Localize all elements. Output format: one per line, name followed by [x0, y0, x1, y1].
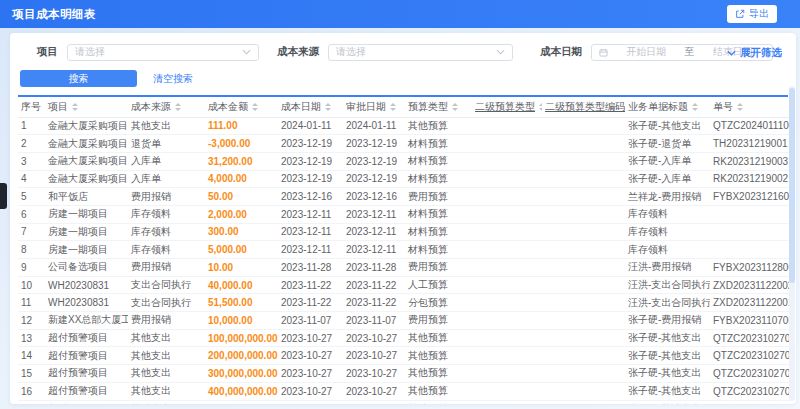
cell: 费用预算	[405, 312, 472, 330]
column-header-5[interactable]: 审批日期	[343, 97, 405, 117]
cell: 100,000,000.00	[205, 329, 278, 347]
sort-icon[interactable]	[692, 103, 698, 111]
sort-icon[interactable]	[72, 103, 78, 111]
table-header-row: 序号项目成本来源成本金额成本日期审批日期预算类型二级预算类型二级预算类型编码业务…	[18, 97, 790, 117]
cell: 入库单	[128, 152, 205, 170]
column-header-2[interactable]: 成本来源	[128, 97, 205, 117]
cell: 2023-12-11	[343, 223, 405, 241]
cell: 2,000.00	[205, 205, 278, 223]
cell: 其他预算	[405, 329, 472, 347]
cell: 张子硬-入库单	[625, 152, 710, 170]
table-row: 15超付预警项目其他支出300,000,000.002023-10-272023…	[18, 365, 790, 383]
cell: 2023-12-11	[278, 223, 343, 241]
cell: 房建一期项目	[45, 223, 128, 241]
export-button[interactable]: 导出	[727, 5, 777, 23]
sort-icon[interactable]	[539, 103, 542, 111]
column-header-label: 业务单据标题	[628, 101, 688, 112]
column-header-1[interactable]: 项目	[45, 97, 128, 117]
cell	[472, 347, 542, 365]
cell: 金融大厦采购项目	[45, 152, 128, 170]
cell: 和平饭店	[45, 188, 128, 206]
cell	[542, 170, 625, 188]
cost-source-select[interactable]: 请选择	[328, 44, 513, 61]
cell: 15	[18, 365, 45, 383]
cell: 库存领料	[625, 241, 710, 259]
column-header-6[interactable]: 预算类型	[405, 97, 472, 117]
column-header-label: 项目	[48, 101, 68, 112]
column-header-10[interactable]: 单号	[710, 97, 790, 117]
column-header-3[interactable]: 成本金额	[205, 97, 278, 117]
table-row: 3金融大厦采购项目入库单31,200.002023-12-192023-12-1…	[18, 152, 790, 170]
cell: 111.00	[205, 117, 278, 135]
column-header-9[interactable]: 业务单据标题	[625, 97, 710, 117]
cell: 13	[18, 329, 45, 347]
cell: 张子硬-其他支出	[625, 117, 710, 135]
cell: 张子硬-其他支出	[625, 382, 710, 400]
sidebar-collapse-handle[interactable]	[0, 183, 7, 209]
cell: 2023-12-19	[278, 152, 343, 170]
cell: 材料预算	[405, 223, 472, 241]
cell: 材料预算	[405, 205, 472, 223]
cell: 金融大厦采购项目	[45, 170, 128, 188]
cell: 超付预警项目	[45, 365, 128, 383]
sort-icon[interactable]	[390, 103, 396, 111]
page-title: 项目成本明细表	[0, 7, 96, 22]
cell: 入库单	[128, 170, 205, 188]
cell: 2023-11-07	[278, 312, 343, 330]
cell	[542, 276, 625, 294]
project-select[interactable]: 请选择	[67, 44, 259, 61]
column-header-8[interactable]: 二级预算类型编码	[542, 97, 625, 117]
export-icon	[735, 9, 745, 19]
cell	[472, 400, 542, 404]
sort-icon[interactable]	[452, 103, 458, 111]
sort-icon[interactable]	[325, 103, 331, 111]
table-scrollbar[interactable]	[789, 86, 795, 401]
cell: 300.00	[205, 223, 278, 241]
cell: 11	[18, 294, 45, 312]
table-row: 4金融大厦采购项目入库单4,000.002023-12-192023-12-19…	[18, 170, 790, 188]
table-row: 14超付预警项目其他支出200,000,000.002023-10-272023…	[18, 347, 790, 365]
cell	[542, 135, 625, 153]
column-header-7[interactable]: 二级预算类型	[472, 97, 542, 117]
cell: 支出合同执行	[128, 294, 205, 312]
column-header-4[interactable]: 成本日期	[278, 97, 343, 117]
table-row: 1金融大厦采购项目其他支出111.002024-01-112024-01-11其…	[18, 117, 790, 135]
cell: QTZC20231027002	[710, 365, 790, 383]
cell: QTZC20231027002	[710, 347, 790, 365]
cell: 2023-12-19	[278, 170, 343, 188]
sort-icon[interactable]	[252, 103, 258, 111]
cell: 10	[18, 276, 45, 294]
sort-icon[interactable]	[737, 103, 743, 111]
cell: 2023-12-11	[278, 205, 343, 223]
cell: 房建一期项目	[45, 241, 128, 259]
calendar-icon	[599, 48, 608, 57]
search-button[interactable]: 搜索	[20, 70, 137, 87]
cell: 支出合同执行	[128, 276, 205, 294]
cell: 200,000,000.00	[205, 347, 278, 365]
sort-icon[interactable]	[175, 103, 181, 111]
cell: 2023-10-27	[343, 400, 405, 404]
content-card: 项目 请选择 成本来源 请选择 成本日期 开始日期 至 结束日期	[10, 33, 796, 404]
cell: 2023-12-19	[343, 135, 405, 153]
cell: 2023-10-27	[343, 347, 405, 365]
chevron-down-icon	[727, 50, 736, 56]
cell	[472, 170, 542, 188]
cell: 库存领料	[625, 205, 710, 223]
cell: 2023-12-16	[343, 188, 405, 206]
column-header-label: 二级预算类型编码	[545, 101, 625, 112]
clear-search-link[interactable]: 清空搜索	[153, 72, 193, 86]
cell: 8	[18, 241, 45, 259]
cell	[542, 312, 625, 330]
export-button-label: 导出	[749, 7, 769, 21]
cell: 2023-12-11	[343, 241, 405, 259]
table-scrollbar-thumb[interactable]	[789, 88, 795, 283]
column-header-label: 单号	[713, 101, 733, 112]
cell: QTZC20240111001	[710, 117, 790, 135]
cell: 2024-01-11	[278, 117, 343, 135]
cell: 张子硬-入库单	[625, 170, 710, 188]
cell: QTZC20231027002	[710, 400, 790, 404]
cell	[542, 188, 625, 206]
expand-filters-label: 展开筛选	[740, 46, 782, 60]
expand-filters-link[interactable]: 展开筛选	[727, 46, 782, 60]
cell: 材料预算	[405, 135, 472, 153]
